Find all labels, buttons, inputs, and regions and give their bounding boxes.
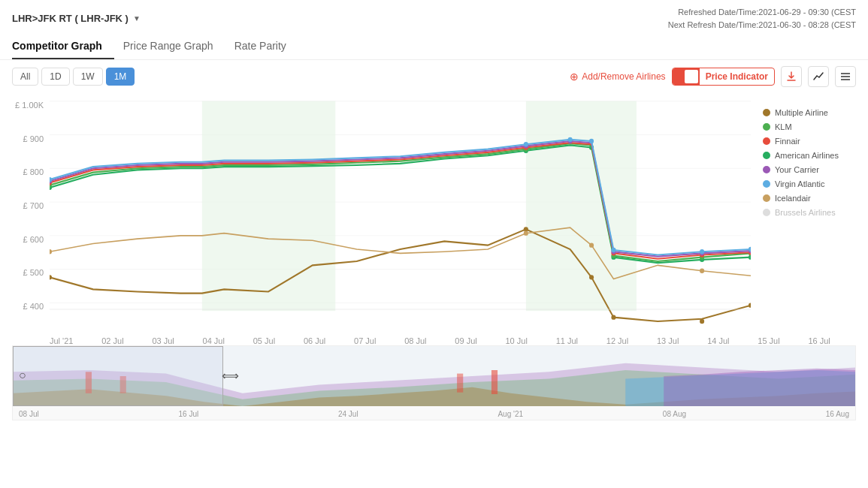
legend-dot-your-carrier [763,166,770,173]
legend-item-klm: KLM [763,122,856,131]
svg-rect-59 [491,370,498,394]
menu-icon [839,71,851,83]
y-axis: £ 1.00K £ 900 £ 800 £ 700 £ 600 £ 500 £ … [12,93,50,333]
legend-dot-multiple-airline [763,109,770,116]
chart-type-button[interactable] [808,66,829,87]
filter-1m[interactable]: 1M [106,68,135,86]
y-label-6: £ 500 [12,268,44,277]
legend-item-brussels-airlines: Brussels Airlines [763,208,856,217]
toggle-switch[interactable] [673,68,700,85]
drag-handle-right[interactable]: ⟺ [222,369,239,383]
legend-label-klm: KLM [775,122,792,131]
x-label-06jul: 06 Jul [304,336,325,345]
next-refresh-value: 2021-06-30 - 08:28 (CEST [758,20,856,29]
x-label-04jul: 04 Jul [203,336,225,345]
tab-competitor-graph[interactable]: Competitor Graph [12,34,114,59]
y-label-7: £ 400 [12,302,44,311]
x-label-13jul: 13 Jul [657,336,679,345]
chevron-icon: ▼ [133,14,141,23]
plus-icon: ⊕ [570,71,579,83]
svg-point-19 [524,230,528,235]
svg-point-16 [700,319,704,324]
tab-rate-parity[interactable]: Rate Parity [234,34,298,59]
x-label-08jul: 08 Jul [404,336,426,345]
chart-body [50,93,751,333]
chart-icon [812,71,824,83]
tab-price-range-graph[interactable]: Price Range Graph [123,34,225,59]
x-label-02jul: 02 Jul [101,336,123,345]
next-refresh-label: Next Refresh Date/Time: [668,20,759,29]
legend-label-virgin-atlantic: Virgin Atlantic [775,179,824,188]
svg-point-12 [50,275,52,279]
svg-point-45 [524,142,528,146]
x-label-14jul: 14 Jul [707,336,729,345]
svg-point-17 [749,303,751,307]
x-label-15jul: 15 Jul [758,336,779,345]
legend-dot-icelandair [763,194,770,202]
x-label-jul21: Jul '21 [50,336,73,345]
menu-button[interactable] [835,66,856,87]
drag-handle-left[interactable]: ○ [19,369,26,382]
svg-point-18 [50,249,52,254]
svg-point-47 [589,139,594,143]
time-filters: All 1D 1W 1M [12,68,135,86]
legend-item-virgin-atlantic: Virgin Atlantic [763,179,856,188]
legend-label-finnair: Finnair [775,137,800,146]
legend-dot-finnair [763,137,770,145]
svg-rect-10 [202,101,335,311]
legend-item-american-airlines: American Airlines [763,151,856,160]
legend-dot-american-airlines [763,152,770,159]
legend-dot-klm [763,123,770,131]
x-label-05jul: 05 Jul [253,336,275,345]
filter-1w[interactable]: 1W [73,68,103,86]
x-label-09jul: 09 Jul [455,336,476,345]
legend-label-brussels-airlines: Brussels Airlines [775,208,836,217]
legend-item-finnair: Finnair [763,137,856,146]
legend-label-multiple-airline: Multiple Airline [775,108,828,117]
route-label: LHR>JFK RT ( LHR-JFK ) [12,13,129,24]
route-selector[interactable]: LHR>JFK RT ( LHR-JFK ) ▼ [12,13,141,24]
mini-x-24jul: 24 Jul [338,410,358,418]
mini-x-16aug: 16 Aug [826,410,849,418]
x-label-11jul: 11 Jul [556,336,578,345]
mini-x-08jul: 08 Jul [19,410,39,418]
legend-label-icelandair: Icelandair [775,194,811,203]
svg-rect-58 [457,374,463,393]
svg-point-48 [611,248,615,252]
tab-bar: Competitor Graph Price Range Graph Rate … [0,34,868,60]
svg-rect-11 [526,101,637,311]
svg-point-49 [700,249,704,254]
chart-svg [50,93,751,333]
refreshed-value: 2021-06-29 - 09:30 (CEST [758,8,856,17]
download-icon [785,71,797,83]
legend-item-icelandair: Icelandair [763,194,856,203]
download-button[interactable] [781,66,802,87]
y-label-5: £ 600 [12,235,44,244]
y-label-1: £ 1.00K [12,101,44,110]
filter-1d[interactable]: 1D [41,68,69,86]
x-label-16jul: 16 Jul [808,336,830,345]
legend: Multiple Airline KLM Finnair American Ai… [751,93,856,333]
selection-box[interactable] [13,346,223,406]
y-label-4: £ 700 [12,201,44,210]
legend-item-your-carrier: Your Carrier [763,165,856,174]
x-axis: Jul '21 02 Jul 03 Jul 04 Jul 05 Jul 06 J… [0,333,868,345]
svg-point-15 [611,315,615,319]
toggle-knob [685,70,698,83]
add-remove-airlines[interactable]: ⊕ Add/Remove Airlines [570,71,665,83]
mini-x-aug21: Aug '21 [498,410,523,418]
legend-item-multiple-airline: Multiple Airline [763,108,856,117]
mini-x-16jul: 16 Jul [178,410,198,418]
refreshed-label: Refreshed Date/Time: [678,8,758,17]
filter-all[interactable]: All [12,68,38,86]
x-label-03jul: 03 Jul [152,336,174,345]
mini-x-08aug: 08 Aug [663,410,686,418]
svg-point-21 [700,269,704,273]
main-chart-area: £ 1.00K £ 900 £ 800 £ 700 £ 600 £ 500 £ … [0,93,868,333]
svg-point-46 [568,137,573,142]
mini-chart[interactable]: ○ ⟺ 08 Jul 16 Jul 24 Jul Aug '21 08 Aug … [12,345,856,420]
refresh-info: Refreshed Date/Time:2021-06-29 - 09:30 (… [668,6,856,31]
y-label-3: £ 800 [12,167,44,176]
header: LHR>JFK RT ( LHR-JFK ) ▼ Refreshed Date/… [0,0,868,34]
price-indicator-toggle[interactable]: Price Indicator [672,68,775,86]
